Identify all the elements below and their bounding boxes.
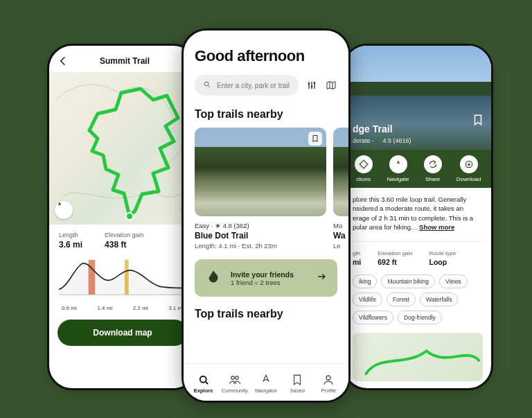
tab-bar: Explore Community Navigator Saved Profil… — [184, 363, 348, 401]
search-input[interactable] — [195, 75, 299, 96]
tag[interactable]: Mountain biking — [381, 275, 435, 288]
trail-title: Blue Dot Trail — [195, 231, 326, 241]
share-button[interactable]: Share — [424, 155, 442, 182]
svg-point-8 — [314, 82, 316, 84]
trail-card[interactable]: Easy · ★ 4.8 (362) Blue Dot Trail Length… — [195, 128, 326, 250]
stat-elevation: Elevation gain 438 ft — [105, 232, 144, 250]
svg-point-11 — [236, 376, 239, 380]
filter-icon[interactable] — [305, 79, 318, 92]
stat-length: Length 3.6 mi — [59, 232, 82, 250]
tag[interactable]: Vildlife — [353, 293, 382, 306]
tag[interactable]: Dog-friendly — [398, 311, 442, 324]
chart-xaxis: 0.6 mi 1.4 mi 2.2 mi 3.1 mi — [49, 305, 196, 317]
phone-explore: Good afternoon Top trails nearby — [181, 28, 351, 403]
tab-navigator[interactable]: Navigator — [250, 374, 281, 394]
tag-list: iking Mountain biking Views Vildlife For… — [353, 275, 483, 324]
phone-trail-detail: dge Trail derate · ★ 4.5 (4616) ctions N… — [342, 44, 493, 390]
stat-length: gth mi — [353, 250, 361, 266]
directions-button[interactable]: ctions — [355, 155, 373, 182]
tab-explore[interactable]: Explore — [188, 374, 219, 394]
svg-point-5 — [204, 82, 209, 86]
trail-card-peek[interactable]: Mo Wa Le — [333, 128, 351, 250]
trail-map-preview[interactable] — [353, 333, 483, 381]
phone-summit-trail: Summit Trail Length 3.6 mi Elevation gai… — [47, 44, 198, 390]
tag[interactable]: iking — [353, 275, 377, 288]
navigate-button[interactable]: Navigate — [387, 155, 409, 182]
greeting-heading: Good afternoon — [195, 47, 337, 65]
trail-photo — [195, 128, 326, 216]
svg-point-0 — [126, 213, 133, 220]
trail-meta: Easy · ★ 4.8 (362) — [195, 222, 326, 229]
svg-point-12 — [326, 376, 330, 380]
tag[interactable]: Forest — [387, 293, 416, 306]
tab-saved[interactable]: Saved — [282, 374, 313, 394]
section-heading: Top trails nearby — [195, 308, 337, 320]
tab-profile[interactable]: Profile — [313, 374, 344, 394]
bookmark-icon[interactable] — [472, 114, 484, 129]
page-title: Summit Trail — [62, 56, 188, 66]
elevation-chart — [49, 251, 196, 305]
svg-point-10 — [231, 376, 235, 380]
trail-description: plore this 3.60 mile loop trail. General… — [353, 195, 483, 232]
trail-map[interactable] — [49, 72, 196, 225]
tab-community[interactable]: Community — [219, 374, 250, 394]
section-heading: Top trails nearby — [195, 108, 337, 121]
svg-point-7 — [311, 86, 313, 88]
download-button[interactable]: Download — [456, 155, 481, 182]
arrow-right-icon — [317, 271, 328, 285]
svg-point-9 — [200, 376, 206, 383]
compass-icon[interactable] — [55, 201, 73, 219]
leaf-icon — [204, 269, 222, 287]
stat-route-type: Route type Loop — [429, 250, 456, 266]
trail-title: dge Trail — [353, 123, 483, 134]
svg-point-6 — [308, 83, 310, 85]
tag[interactable]: Views — [439, 275, 468, 288]
invite-banner[interactable]: Invite your friends 1 friend = 2 trees — [195, 259, 337, 297]
bookmark-icon[interactable] — [308, 132, 322, 146]
search-icon — [203, 79, 211, 92]
trail-sub: Length: 4.1 mi · Est. 2h 23m — [195, 242, 326, 250]
stat-elevation: Elevation gain 692 ft — [378, 250, 412, 266]
trail-meta: derate · ★ 4.5 (4616) — [353, 137, 483, 144]
tag[interactable]: Waterfalls — [420, 293, 458, 306]
tag[interactable]: Vildflowers — [353, 311, 393, 324]
trail-hero-photo: dge Trail derate · ★ 4.5 (4616) — [344, 46, 491, 150]
map-icon[interactable] — [325, 79, 337, 92]
show-more-link[interactable]: Show more — [419, 223, 454, 231]
download-map-button[interactable]: Download map — [57, 320, 188, 346]
